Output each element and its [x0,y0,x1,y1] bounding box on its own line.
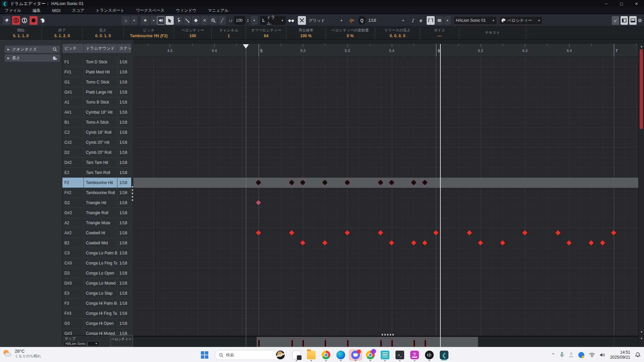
playhead-triangle-icon[interactable] [243,44,249,49]
corner-arrow-icon[interactable]: ↙ [612,16,619,25]
info-field-11[interactable]: ボイス— [420,27,459,39]
drum-row-B2[interactable]: B2Cowbell Mid1/16 [62,238,131,248]
drum-note-A#2-step24[interactable] [522,230,528,236]
crossed-sticks-grid-icon[interactable] [298,16,306,25]
menu-ワークスペース[interactable]: ワークスペース [136,8,164,13]
quantize-panel-icon[interactable]: e [417,16,425,25]
grid-type-selector[interactable]: グリッド▼ [307,16,345,25]
event-color-selector[interactable]: ベロシティー▼ [499,16,543,25]
drum-note-A#2-step27[interactable] [555,230,561,236]
taskbar-icon-sticky-notes[interactable] [378,349,392,361]
note-grid[interactable] [133,57,638,335]
column-header-1[interactable]: ピッチ [62,44,84,53]
brush-tool-icon[interactable] [183,16,191,25]
part-borders-icon[interactable] [427,16,435,25]
velocity-bar-step8[interactable] [347,340,349,347]
drum-row-D#2[interactable]: D#2Tam Tam Hit1/16 [62,158,131,168]
zoom-tool-icon[interactable] [209,16,217,25]
drum-row-E3[interactable]: E3Conga Lo Slap1/16 [62,288,131,298]
drum-row-C#2[interactable]: C#2Cymb 20" Hit1/16 [62,137,131,147]
volume-icon[interactable] [600,353,605,357]
home-icon[interactable]: ⌂ [121,16,130,25]
pin-icon[interactable] [3,16,11,25]
drum-note-A#2-step19[interactable] [466,230,472,236]
taskbar-icon-stack-app[interactable] [407,349,422,361]
info-field-7[interactable]: オフベロシティー64 [246,27,286,39]
info-field-10[interactable]: リリースの長さ0. 0. 0. 0 [375,27,420,39]
lower-zone-toggle-icon[interactable] [629,16,637,25]
info-field-8[interactable]: 再生確率100 % [286,27,326,39]
taskbar-icon-task-view[interactable] [289,349,304,361]
taskbar-icon-cubase[interactable]: ❮ [437,349,451,361]
drum-row-E2[interactable]: E2Tam Tam Roll1/16 [62,168,131,178]
acoustic-feedback-icon[interactable]: 1 [20,16,29,25]
drum-row-C#3[interactable]: C#3Conga Lo Fing Tap1/16 [62,258,131,268]
vertical-scrollbar[interactable]: ▲ ▼ + [638,44,644,347]
menu-トランスポート[interactable]: トランスポート [96,8,124,13]
velocity-bar-step0[interactable] [258,340,260,347]
loop-icon[interactable] [38,16,46,25]
drum-note-B2-step20[interactable] [477,240,483,246]
mic-icon[interactable] [560,352,564,358]
drum-row-A2[interactable]: A2Triangle Mute1/16 [62,218,131,228]
velocity-bar-step3[interactable] [291,340,293,347]
cloud-sync-icon[interactable] [578,352,584,358]
drum-row-F#1[interactable]: F#1Piatti Med Hit1/16 [62,67,131,77]
menu-ウィンドウ[interactable]: ウィンドウ [176,8,196,13]
drum-row-F3[interactable]: F3Conga Hi Palm Bass1/16 [62,298,131,308]
chevron-up-icon[interactable]: ⌃ [551,352,555,358]
info-field-12[interactable]: テキスト [459,27,526,39]
solo-icon[interactable]: S [12,16,20,25]
line-tool-icon[interactable]: ╱ [218,16,226,25]
drum-note-B2-step12[interactable] [388,240,394,246]
drum-note-A#2-step8[interactable] [344,230,350,236]
object-filter-icon[interactable]: ❖ [141,16,150,25]
drum-row-F#2[interactable]: F#2Tambourine Roll1/16 [62,188,131,198]
close-icon[interactable]: ✕ [629,0,644,7]
lane-resize-handle[interactable] [382,334,395,336]
project-playhead[interactable] [440,44,441,347]
drum-row-G1[interactable]: G1Toms C Stick1/16 [62,77,131,87]
info-field-4[interactable]: ピッチTambourine Hit (F2) [124,27,174,39]
record-icon[interactable] [30,16,38,25]
scrollbar-thumb[interactable] [640,49,643,129]
drum-row-G2[interactable]: G2Triangle Hit1/16 [62,198,131,208]
speaker-icon[interactable] [157,16,165,25]
list-grid-divider-handle[interactable] [132,186,133,203]
drum-row-G#1[interactable]: G#1Piatti Large Hit1/16 [62,87,131,97]
menu-スコア[interactable]: スコア [72,8,84,13]
part-lanes-icon[interactable] [435,16,443,25]
note-length-selector[interactable]: Lドラム.▼ [260,16,286,25]
velocity-bar-step11[interactable] [380,340,382,347]
drum-row-F1[interactable]: F1Tom D Stick1/16 [62,57,131,67]
drum-row-G#2[interactable]: G#2Triangle Roll1/16 [62,208,131,218]
person-icon[interactable] [569,352,574,358]
column-header-2[interactable]: ドラムサウンド [84,44,117,53]
taskbar-icon-ime-app[interactable]: ゆ [422,349,437,361]
drum-row-D#3[interactable]: D#3Conga Lo Muted1/16 [62,278,131,288]
taskbar-icon-chrome[interactable] [319,349,333,361]
menu-MIDI[interactable]: MIDI [52,8,60,13]
scroll-down-icon[interactable]: ▼ [639,330,644,334]
insert-mode-diamonds-icon[interactable]: ◆◆ [287,16,295,25]
drum-note-B2-step30[interactable] [588,240,594,246]
velocity-dropdown-icon[interactable]: ▼ [251,16,258,25]
taskbar-icon-explorer[interactable] [304,349,319,361]
velocity-bar-step14[interactable] [413,340,415,347]
quantize-preset-selector[interactable]: 1/16▼ [366,16,407,25]
drum-note-B2-step15[interactable] [422,240,428,246]
drum-row-A#2[interactable]: A#2Cowbell Hi1/16 [62,228,131,238]
bell-dnd-icon[interactable]: z [635,352,641,358]
velocity-lane[interactable] [133,336,638,347]
velocity-bar-step4[interactable] [302,340,304,347]
info-field-1[interactable]: 開始5. 1. 1. 0 [0,27,42,39]
home-dropdown-icon[interactable]: ▼ [131,16,138,25]
drum-row-B1[interactable]: B1Toms A Stick1/16 [62,117,131,127]
left-zone-toggle-icon[interactable] [621,16,628,25]
drum-note-A#2-step16[interactable] [433,230,439,236]
search-input[interactable]: 検索 [215,350,286,360]
drum-row-C2[interactable]: C2Cymb 18" Roll1/16 [62,127,131,137]
insert-velocity-value[interactable]: 100 [234,16,245,25]
info-field-2[interactable]: 終了5. 1. 2. 0 [42,27,83,39]
drumstick-tool-icon[interactable] [174,16,182,25]
